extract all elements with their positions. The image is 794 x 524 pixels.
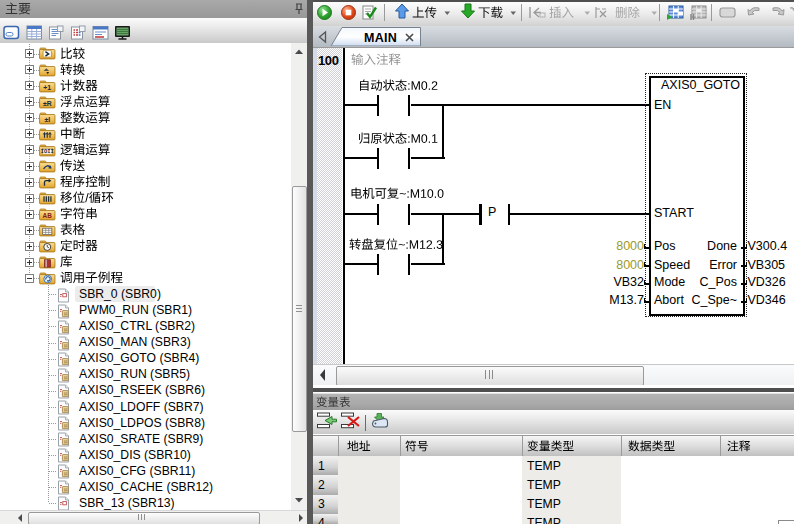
svg-text:±R: ±R — [43, 99, 52, 106]
svg-text:±I: ±I — [44, 115, 50, 122]
svg-text:+1: +1 — [43, 83, 51, 90]
svg-text:IOII: IOII — [41, 148, 54, 155]
svg-text:AB: AB — [43, 212, 53, 219]
